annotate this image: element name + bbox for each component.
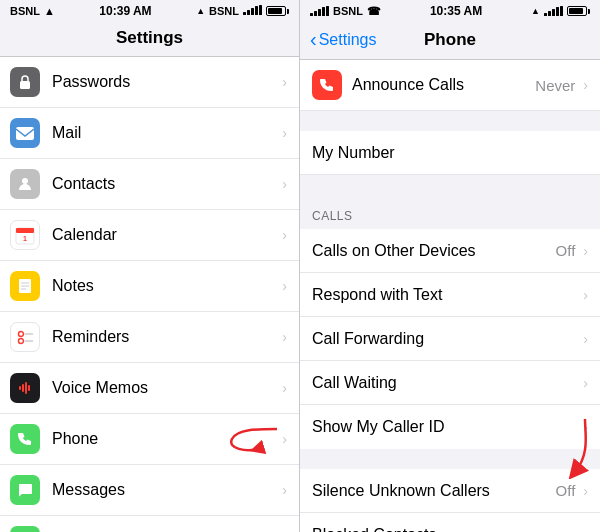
call-forwarding-item[interactable]: Call Forwarding › xyxy=(300,317,600,361)
my-number-section: My Number xyxy=(300,131,600,175)
announce-calls-icon xyxy=(312,70,342,100)
phone-icon xyxy=(10,424,40,454)
announce-calls-label: Announce Calls xyxy=(352,76,535,94)
facetime-icon xyxy=(10,526,40,532)
svg-text:1: 1 xyxy=(23,235,27,242)
calendar-chevron: › xyxy=(282,227,287,243)
call-forwarding-chevron: › xyxy=(583,331,588,347)
svg-rect-17 xyxy=(28,385,30,391)
my-number-label: My Number xyxy=(312,144,588,162)
respond-text-chevron: › xyxy=(583,287,588,303)
silence-unknown-value: Off xyxy=(556,482,576,499)
respond-text-item[interactable]: Respond with Text › xyxy=(300,273,600,317)
sidebar-item-messages[interactable]: Messages › xyxy=(0,465,299,516)
calls-section-header: CALLS xyxy=(300,195,600,229)
silence-unknown-item[interactable]: Silence Unknown Callers Off › xyxy=(300,469,600,513)
announce-calls-value: Never xyxy=(535,77,575,94)
phone-chevron: › xyxy=(282,431,287,447)
left-status-right: ▲ BSNL xyxy=(196,5,289,17)
svg-point-11 xyxy=(19,339,24,344)
notes-chevron: › xyxy=(282,278,287,294)
passwords-chevron: › xyxy=(282,74,287,90)
sidebar-item-notes[interactable]: Notes › xyxy=(0,261,299,312)
reminders-chevron: › xyxy=(282,329,287,345)
left-panel: BSNL ▲ 10:39 AM ▲ BSNL Settings xyxy=(0,0,300,532)
svg-rect-0 xyxy=(20,81,30,89)
svg-point-10 xyxy=(19,332,24,337)
right-location-icon: ▲ xyxy=(531,6,540,16)
voice-memos-label: Voice Memos xyxy=(52,379,278,397)
right-panel: BSNL ☎ 10:35 AM ▲ ‹ Settings Phone xyxy=(300,0,600,532)
respond-text-label: Respond with Text xyxy=(312,286,579,304)
announce-section: Announce Calls Never › xyxy=(300,60,600,111)
silence-unknown-chevron: › xyxy=(583,483,588,499)
right-nav-bar: ‹ Settings Phone xyxy=(300,22,600,60)
left-settings-list[interactable]: Passwords › Mail › Contacts › xyxy=(0,57,299,532)
right-signal-bars xyxy=(310,6,329,16)
sidebar-item-facetime[interactable]: FaceTime › xyxy=(0,516,299,532)
left-title: Settings xyxy=(116,28,183,47)
announce-calls-item[interactable]: Announce Calls Never › xyxy=(300,60,600,111)
call-forwarding-label: Call Forwarding xyxy=(312,330,579,348)
sidebar-item-voice-memos[interactable]: Voice Memos › xyxy=(0,363,299,414)
contacts-icon xyxy=(10,169,40,199)
contacts-chevron: › xyxy=(282,176,287,192)
messages-chevron: › xyxy=(282,482,287,498)
sidebar-item-calendar[interactable]: 1 Calendar › xyxy=(0,210,299,261)
blocked-contacts-label: Blocked Contacts xyxy=(312,526,579,533)
call-waiting-item[interactable]: Call Waiting › xyxy=(300,361,600,405)
right-time: 10:35 AM xyxy=(430,4,482,18)
reminders-icon xyxy=(10,322,40,352)
calls-section: CALLS Calls on Other Devices Off › Respo… xyxy=(300,195,600,449)
messages-icon xyxy=(10,475,40,505)
reminders-label: Reminders xyxy=(52,328,278,346)
right-signal-icon: ☎ xyxy=(367,5,381,18)
voice-memos-icon xyxy=(10,373,40,403)
silence-unknown-label: Silence Unknown Callers xyxy=(312,482,556,500)
messages-label: Messages xyxy=(52,481,278,499)
sidebar-item-reminders[interactable]: Reminders › xyxy=(0,312,299,363)
sidebar-item-mail[interactable]: Mail › xyxy=(0,108,299,159)
svg-rect-15 xyxy=(22,384,24,392)
phone-red-arrow xyxy=(227,424,277,454)
right-carrier: BSNL xyxy=(333,5,363,17)
right-title: Phone xyxy=(424,30,476,50)
blocked-contacts-chevron: › xyxy=(583,527,588,533)
calls-other-devices-label: Calls on Other Devices xyxy=(312,242,556,260)
passwords-icon xyxy=(10,67,40,97)
contacts-label: Contacts xyxy=(52,175,278,193)
sidebar-item-phone[interactable]: Phone › xyxy=(0,414,299,465)
my-number-item[interactable]: My Number xyxy=(300,131,600,175)
announce-calls-chevron: › xyxy=(583,77,588,93)
mail-icon xyxy=(10,118,40,148)
right-status-left: BSNL ☎ xyxy=(310,5,381,18)
svg-rect-4 xyxy=(16,228,34,233)
calls-other-devices-item[interactable]: Calls on Other Devices Off › xyxy=(300,229,600,273)
svg-rect-14 xyxy=(19,386,21,390)
svg-rect-1 xyxy=(16,127,34,140)
call-waiting-label: Call Waiting xyxy=(312,374,579,392)
right-battery xyxy=(567,6,590,16)
left-signal-carrier: BSNL xyxy=(209,5,239,17)
right-content: Announce Calls Never › My Number CALLS C… xyxy=(300,60,600,532)
passwords-label: Passwords xyxy=(52,73,278,91)
back-label: Settings xyxy=(319,31,377,49)
sidebar-item-contacts[interactable]: Contacts › xyxy=(0,159,299,210)
left-nav-bar: Settings xyxy=(0,22,299,57)
mail-chevron: › xyxy=(282,125,287,141)
mail-label: Mail xyxy=(52,124,278,142)
blocking-section: Silence Unknown Callers Off › Blo xyxy=(300,469,600,532)
notes-label: Notes xyxy=(52,277,278,295)
left-status-left: BSNL ▲ xyxy=(10,5,55,17)
blocked-contacts-item[interactable]: Blocked Contacts › xyxy=(300,513,600,532)
svg-point-2 xyxy=(22,178,28,184)
right-status-bar: BSNL ☎ 10:35 AM ▲ xyxy=(300,0,600,22)
left-signal-icon xyxy=(243,5,262,17)
sidebar-item-passwords[interactable]: Passwords › xyxy=(0,57,299,108)
blocking-items: Silence Unknown Callers Off › Blo xyxy=(300,469,600,532)
calls-other-devices-value: Off xyxy=(556,242,576,259)
voice-memos-chevron: › xyxy=(282,380,287,396)
left-wifi-icon: ▲ xyxy=(44,5,55,17)
back-button[interactable]: ‹ Settings xyxy=(310,28,376,51)
right-signal-bars2 xyxy=(544,6,563,16)
